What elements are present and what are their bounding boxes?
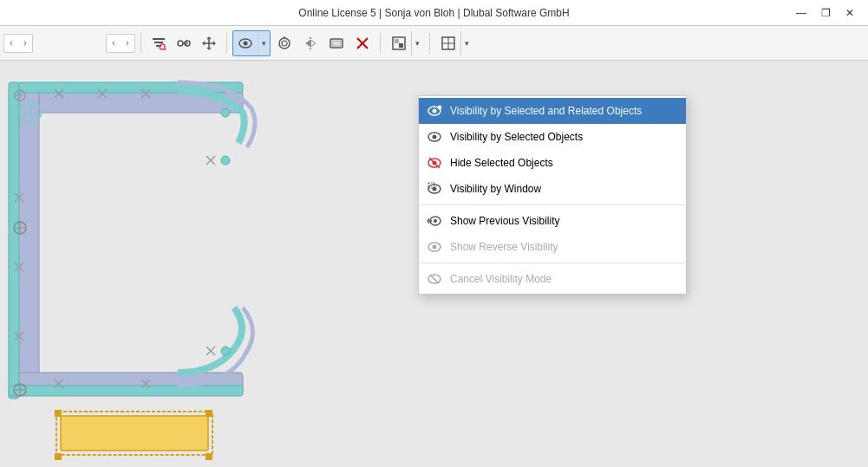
svg-line-4 [164, 49, 166, 50]
delete-button[interactable] [350, 31, 375, 55]
svg-rect-75 [206, 453, 212, 460]
filter-icon [151, 36, 166, 51]
nav-prev-2[interactable]: ‹ [107, 34, 121, 53]
view-main-btn[interactable] [436, 31, 460, 55]
svg-point-11 [244, 41, 248, 45]
nav-control-2: ‹ › [106, 34, 135, 53]
menu-label-visibility-window: Visibility by Window [450, 183, 541, 195]
toolbar-separator-4 [429, 33, 430, 54]
svg-point-5 [178, 41, 183, 46]
menu-label-show-reverse: Show Reverse Visibility [450, 241, 558, 253]
drawing-svg [4, 65, 360, 467]
nav-control-1: ‹ › [3, 34, 33, 53]
menu-item-visibility-window[interactable]: Visibility by Window [419, 176, 686, 202]
view-icon [441, 36, 456, 51]
menu-label-visibility-selected: Visibility by Selected Objects [450, 131, 583, 143]
title-bar-text: Online License 5 | Sonja von Bloh | Dlub… [298, 7, 569, 19]
filter-button[interactable] [147, 31, 171, 55]
main-content: Visibility by Selected and Related Objec… [0, 61, 868, 467]
camera-icon [277, 36, 292, 51]
svg-rect-24 [399, 43, 403, 48]
view-dropdown[interactable]: ▾ [435, 30, 473, 56]
svg-rect-1 [154, 42, 163, 43]
nav-prev-1[interactable]: ‹ [4, 34, 18, 53]
menu-item-visibility-selected[interactable]: Visibility by Selected Objects [419, 124, 686, 150]
svg-point-12 [279, 38, 290, 49]
svg-rect-19 [332, 41, 341, 46]
svg-rect-34 [9, 386, 243, 396]
render-main-btn[interactable] [387, 31, 411, 55]
svg-point-65 [221, 108, 230, 117]
visibility-related-icon [426, 102, 443, 120]
svg-rect-23 [395, 39, 399, 43]
svg-rect-73 [206, 410, 212, 417]
show-reverse-icon [426, 238, 443, 256]
title-bar: Online License 5 | Sonja von Bloh | Dlub… [0, 0, 868, 26]
visibility-main-btn[interactable] [233, 31, 258, 55]
camera-button[interactable] [272, 31, 297, 55]
svg-marker-17 [310, 40, 316, 47]
svg-rect-0 [153, 38, 165, 40]
toolbar-separator-3 [380, 33, 381, 54]
svg-point-67 [221, 347, 230, 355]
restore-button[interactable]: ❐ [814, 3, 837, 23]
menu-separator-1 [419, 204, 686, 205]
select-related-button[interactable] [172, 31, 196, 55]
screenshot-button[interactable] [324, 31, 349, 55]
mirror-icon [303, 36, 318, 51]
toolbar-separator-1 [140, 33, 141, 54]
nav-next-2[interactable]: › [121, 34, 134, 53]
menu-separator-2 [419, 263, 686, 263]
title-bar-controls: — ❐ ✕ [790, 3, 861, 23]
svg-rect-30 [17, 91, 39, 394]
view-arrow-btn[interactable]: ▾ [460, 31, 473, 55]
minimize-button[interactable]: — [790, 3, 813, 23]
svg-rect-74 [55, 453, 62, 460]
render-arrow-btn[interactable]: ▾ [411, 31, 423, 55]
render-icon [391, 36, 407, 51]
hide-selected-icon [426, 154, 443, 172]
svg-rect-57 [61, 416, 208, 451]
visibility-dropdown-menu: Visibility by Selected and Related Objec… [418, 95, 687, 295]
menu-label-visibility-selected-related: Visibility by Selected and Related Objec… [450, 105, 642, 117]
toolbar-group-1 [147, 31, 221, 55]
svg-marker-16 [305, 40, 310, 47]
svg-point-13 [282, 41, 287, 46]
menu-label-show-previous: Show Previous Visibility [450, 215, 560, 227]
delete-icon [355, 36, 370, 51]
show-previous-icon [426, 212, 443, 230]
visibility-arrow-btn[interactable]: ▾ [258, 31, 270, 55]
mirror-button[interactable] [298, 31, 323, 55]
move-button[interactable] [197, 31, 221, 55]
svg-point-66 [221, 156, 230, 165]
menu-label-hide-selected: Hide Selected Objects [450, 157, 553, 169]
svg-rect-33 [9, 82, 19, 399]
toolbar: ‹ › ‹ › [0, 26, 868, 61]
nav-next-1[interactable]: › [18, 34, 32, 53]
menu-item-hide-selected[interactable]: Hide Selected Objects [419, 150, 686, 176]
svg-rect-72 [55, 410, 62, 417]
svg-point-88 [434, 219, 437, 223]
svg-point-80 [433, 135, 437, 139]
svg-point-77 [433, 109, 437, 114]
visibility-dropdown[interactable]: ▾ [232, 30, 271, 56]
menu-item-show-reverse[interactable]: Show Reverse Visibility [419, 234, 686, 260]
cancel-visibility-icon [426, 270, 443, 288]
screenshot-icon [329, 36, 344, 51]
visibility-window-icon [426, 180, 443, 198]
menu-item-cancel-visibility[interactable]: Cancel Visibility Mode [419, 266, 686, 292]
move-icon [201, 36, 217, 51]
select-related-icon [176, 36, 192, 51]
svg-point-90 [433, 245, 437, 250]
render-dropdown[interactable]: ▾ [386, 30, 424, 56]
visibility-selected-icon [426, 128, 443, 146]
svg-point-78 [438, 106, 441, 109]
menu-item-show-previous[interactable]: Show Previous Visibility [419, 208, 686, 234]
menu-item-visibility-selected-related[interactable]: Visibility by Selected and Related Objec… [419, 98, 686, 124]
toolbar-separator-2 [226, 33, 227, 54]
menu-label-cancel-visibility: Cancel Visibility Mode [450, 273, 551, 285]
close-button[interactable]: ✕ [839, 3, 861, 23]
visibility-icon [238, 36, 253, 51]
svg-line-92 [430, 275, 439, 283]
svg-rect-28 [4, 65, 360, 467]
